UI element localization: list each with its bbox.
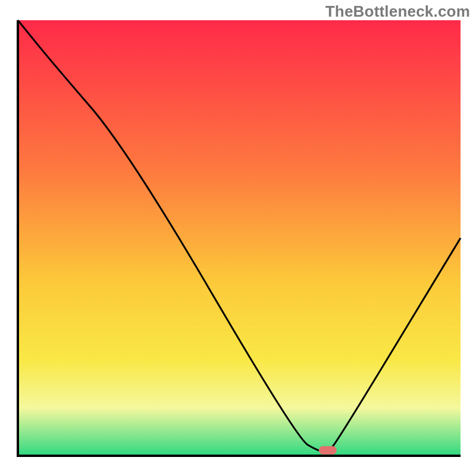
plot-background	[18, 20, 461, 456]
chart-container: TheBottleneck.com	[0, 0, 476, 476]
optimal-marker	[319, 446, 337, 455]
chart-svg	[0, 0, 476, 476]
watermark-text: TheBottleneck.com	[325, 2, 470, 21]
